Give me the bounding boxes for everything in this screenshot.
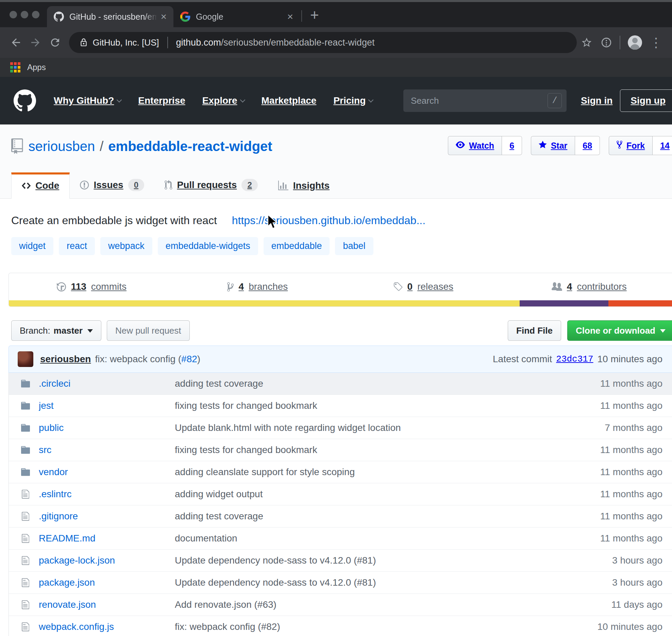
nav-item[interactable]: Pricing [333,95,373,106]
topic-tag[interactable]: babel [335,237,373,255]
file-commit-message[interactable]: fixing tests for changed bookmark [175,445,555,455]
browser-menu-icon[interactable]: ⋮ [646,36,666,49]
sign-up-button[interactable]: Sign up [620,89,672,112]
file-name-link[interactable]: package.json [39,577,175,588]
file-row[interactable]: webpack.config.js fix: webpack config (#… [9,616,672,636]
file-commit-message[interactable]: Update dependency node-sass to v4.12.0 (… [175,577,555,588]
language-segment[interactable] [520,300,608,306]
file-row[interactable]: public Update blank.html with note regar… [9,417,672,439]
search-input[interactable] [411,96,548,106]
topic-tag[interactable]: react [59,237,95,255]
file-name-link[interactable]: .gitignore [39,511,175,522]
repo-tab[interactable]: Issues0 [70,171,154,199]
repo-stat[interactable]: 4branches [175,281,341,292]
browser-tab-github[interactable]: GitHub - seriousben/embeddab × [47,6,173,27]
browser-profile-avatar[interactable] [628,35,642,50]
file-name-link[interactable]: webpack.config.js [39,621,175,632]
window-control-dot[interactable] [32,11,39,18]
repo-tab[interactable]: Insights [268,173,340,199]
repo-tab[interactable]: Code [11,172,70,199]
nav-item[interactable]: Enterprise [138,95,185,106]
file-row[interactable]: package-lock.json Update dependency node… [9,550,672,572]
github-logo-icon[interactable] [14,89,36,112]
browser-tab-google[interactable]: Google × [173,6,300,27]
reload-icon[interactable] [45,33,65,52]
repo-action-button[interactable]: Watch [448,136,502,155]
security-label: GitHub, Inc. [US] [93,37,159,48]
file-row[interactable]: package.json Update dependency node-sass… [9,572,672,594]
repo-action-count[interactable]: 14 [653,136,672,155]
repo-name-link[interactable]: embeddable-react-widget [108,139,272,154]
topic-tag[interactable]: webpack [100,237,152,255]
repo-stat[interactable]: 4contributors [506,281,672,292]
browser-extension-icon[interactable] [597,33,616,52]
topic-tag[interactable]: embeddable [264,237,330,255]
repo-website-link[interactable]: https://seriousben.github.io/embeddab... [232,214,425,227]
topic-tag[interactable]: embeddable-widgets [158,237,258,255]
issue-link[interactable]: #82 [181,354,197,364]
apps-label[interactable]: Apps [27,63,46,72]
file-commit-message[interactable]: Add renovate.json (#63) [175,599,555,610]
file-commit-message[interactable]: documentation [175,533,555,544]
file-commit-message[interactable]: adding cleanslate support for style scop… [175,467,555,478]
language-segment[interactable] [608,300,672,306]
forward-icon[interactable] [26,33,46,52]
branch-select-button[interactable]: Branch: master [11,320,101,341]
file-name-link[interactable]: jest [39,400,175,411]
address-bar[interactable]: GitHub, Inc. [US] github.com /seriousben… [69,32,577,53]
nav-item[interactable]: Explore [202,95,245,106]
file-row[interactable]: .gitignore adding test coverage 11 month… [9,505,672,528]
file-commit-message[interactable]: fixing tests for changed bookmark [175,400,555,411]
repo-action-count[interactable]: 68 [575,136,600,155]
file-name-link[interactable]: package-lock.json [39,555,175,566]
file-commit-message[interactable]: Update blank.html with note regarding wi… [175,422,555,433]
repo-stat[interactable]: 113commits [9,281,175,292]
nav-item[interactable]: Why GitHub? [54,95,121,106]
file-row[interactable]: .circleci adding test coverage 11 months… [9,373,672,395]
sign-in-link[interactable]: Sign in [581,95,612,106]
repo-tab[interactable]: Pull requests2 [154,171,268,199]
new-pull-request-button[interactable]: New pull request [107,320,190,341]
file-commit-message[interactable]: adding widget output [175,489,555,500]
commit-author-avatar[interactable] [18,351,33,367]
clone-or-download-button[interactable]: Clone or download [567,320,672,341]
window-control-dot[interactable] [10,11,17,18]
repo-stat[interactable]: 0releases [340,281,506,292]
file-row[interactable]: vendor adding cleanslate support for sty… [9,461,672,483]
close-icon[interactable]: × [161,12,167,22]
window-controls[interactable] [6,2,47,27]
close-icon[interactable]: × [287,12,293,22]
bookmark-star-icon[interactable] [577,33,597,52]
file-commit-message[interactable]: adding test coverage [175,511,555,522]
repo-owner-link[interactable]: seriousben [29,139,95,154]
find-file-button[interactable]: Find File [508,320,561,341]
file-commit-message[interactable]: adding test coverage [175,378,555,389]
github-search-box[interactable]: / [403,89,567,112]
nav-item[interactable]: Marketplace [262,95,317,106]
commit-author-link[interactable]: seriousben [40,354,91,365]
file-name-link[interactable]: README.md [39,533,175,544]
file-row[interactable]: jest fixing tests for changed bookmark 1… [9,395,672,417]
back-icon[interactable] [6,33,26,52]
file-row[interactable]: README.md documentation 11 months ago [9,528,672,550]
repo-action-count[interactable]: 6 [502,136,522,155]
file-commit-message[interactable]: fix: webpack config (#82) [175,621,555,632]
topic-tag[interactable]: widget [11,237,53,255]
file-commit-message[interactable]: Update dependency node-sass to v4.12.0 (… [175,555,555,566]
repo-action-button[interactable]: Star [531,136,575,155]
file-row[interactable]: src fixing tests for changed bookmark 11… [9,439,672,461]
file-name-link[interactable]: src [39,445,175,455]
apps-grid-icon[interactable] [10,62,20,72]
window-control-dot[interactable] [21,11,28,18]
file-name-link[interactable]: renovate.json [39,599,175,610]
commit-sha-link[interactable]: 23dc317 [556,354,593,364]
file-name-link[interactable]: public [39,422,175,433]
file-name-link[interactable]: vendor [39,467,175,478]
file-name-link[interactable]: .eslintrc [39,489,175,500]
file-name-link[interactable]: .circleci [39,378,175,389]
language-segment[interactable] [9,300,520,306]
repo-action-button[interactable]: Fork [609,136,653,155]
file-row[interactable]: .eslintrc adding widget output 11 months… [9,483,672,505]
new-tab-icon[interactable]: + [310,7,319,22]
file-row[interactable]: renovate.json Add renovate.json (#63) 11… [9,594,672,616]
